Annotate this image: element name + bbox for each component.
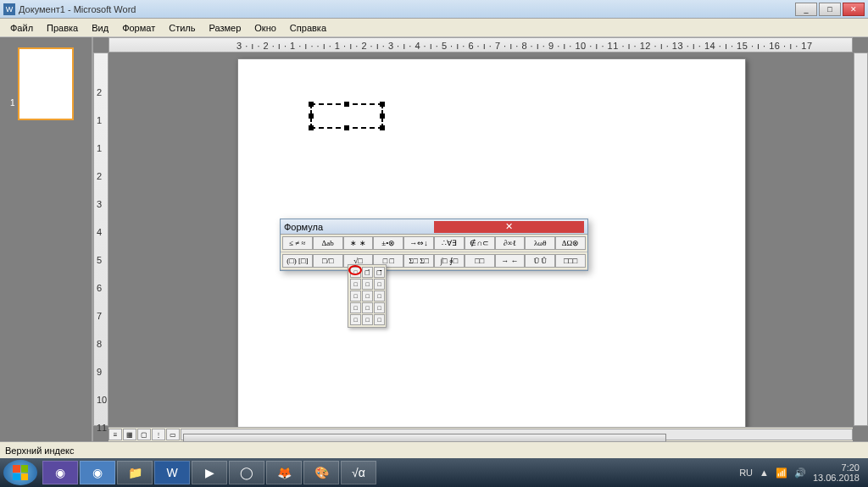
view-web[interactable]: ▦ — [123, 429, 136, 440]
misc-symbols-button[interactable]: ∂∞ℓ — [495, 236, 526, 250]
palette-option[interactable]: □ — [350, 279, 361, 290]
fraction-templates-button[interactable]: □/□ — [313, 254, 343, 268]
page-thumbnail[interactable] — [18, 47, 74, 120]
fence-templates-button[interactable]: (□) [□] — [282, 254, 313, 268]
word-app-icon: W — [3, 3, 15, 15]
labeled-arrow-button[interactable]: □□ — [465, 254, 495, 268]
taskbar: ◉ ◉ 📁 W ▶ ◯ 🦊 🎨 √α RU ▲ 📶 🔊 7:20 13.06.2… — [0, 458, 868, 487]
taskbar-item[interactable]: ◉ — [42, 461, 78, 484]
vruler-marks: 21 123 456 789 1011 — [97, 79, 107, 441]
formula-row-templates: (□) [□] □/□ √□ □ □ Σ□ Σ□ ∫□ ∮□ □□ → ← Ū … — [281, 252, 587, 270]
greek-lowercase-button[interactable]: λωθ — [525, 236, 555, 250]
resize-handle[interactable] — [309, 113, 314, 119]
integral-templates-button[interactable]: Σ□ Σ□ — [403, 254, 434, 268]
taskbar-chrome[interactable]: ◯ — [229, 461, 264, 484]
maximize-button[interactable]: □ — [819, 3, 841, 16]
menu-edit[interactable]: Правка — [40, 21, 85, 35]
palette-option[interactable]: □ — [362, 291, 373, 302]
vertical-scrollbar[interactable] — [854, 53, 868, 426]
window-title: Документ1 - Microsoft Word — [19, 4, 793, 14]
view-outline[interactable]: ⋮ — [152, 429, 165, 440]
taskbar-media[interactable]: ▶ — [192, 461, 227, 484]
palette-option[interactable]: □ — [350, 291, 361, 302]
matrix-templates-button[interactable]: □□□ — [555, 254, 586, 268]
windows-logo-icon — [13, 465, 28, 480]
palette-option[interactable]: □ — [374, 314, 385, 325]
palette-option[interactable]: □ — [350, 302, 361, 313]
resize-handle[interactable] — [380, 102, 385, 107]
set-theory-button[interactable]: ∉∩⊂ — [465, 236, 495, 250]
palette-option[interactable]: □̂ — [362, 267, 373, 278]
status-bar: Верхний индекс — [0, 441, 868, 458]
embellishments-button[interactable]: ∗ ∗ — [343, 236, 374, 250]
palette-option[interactable]: □̄ — [374, 267, 385, 278]
resize-handle[interactable] — [380, 113, 385, 119]
menu-format[interactable]: Формат — [115, 21, 162, 35]
horizontal-ruler[interactable]: 3 · ı · 2 · ı · 1 · ı · · ı · 1 · ı · 2 … — [108, 37, 853, 53]
taskbar-paint[interactable]: 🎨 — [303, 461, 339, 484]
formula-toolbar-title[interactable]: Формула ✕ — [281, 219, 587, 235]
tray-network-icon[interactable]: 📶 — [776, 468, 787, 479]
tray-volume-icon[interactable]: 🔊 — [794, 468, 806, 479]
palette-option[interactable]: □ — [362, 314, 373, 325]
menu-window[interactable]: Окно — [248, 21, 283, 35]
taskbar-math[interactable]: √α — [341, 461, 376, 484]
system-tray: RU ▲ 📶 🔊 7:20 13.06.2018 — [739, 462, 865, 483]
titlebar: W Документ1 - Microsoft Word _ □ ✕ — [0, 0, 868, 19]
equation-object[interactable] — [310, 103, 383, 129]
formula-row-symbols: ≤ ≠ ≈ ∆ab ∗ ∗ ±•⊗ →⇔↓ ∴∀∃ ∉∩⊂ ∂∞ℓ λωθ ΔΩ… — [281, 235, 587, 252]
logical-symbols-button[interactable]: ∴∀∃ — [434, 236, 465, 250]
formula-close-button[interactable]: ✕ — [434, 221, 584, 233]
menubar: Файл Правка Вид Формат Стиль Размер Окно… — [0, 19, 868, 37]
operator-symbols-button[interactable]: ±•⊗ — [373, 236, 403, 250]
view-print[interactable]: ▢ — [137, 429, 151, 440]
hruler-marks: 3 · ı · 2 · ı · 1 · ı · · ı · 1 · ı · 2 … — [236, 41, 813, 51]
products-button[interactable]: → ← — [495, 254, 526, 268]
taskbar-word[interactable]: W — [154, 461, 190, 484]
greek-uppercase-button[interactable]: ΔΩ⊗ — [555, 236, 586, 250]
relational-symbols-button[interactable]: ≤ ≠ ≈ — [282, 236, 313, 250]
subscript-palette: □ □̂ □̄ □ □ □ □ □ □ □ □ □ □ □ □ — [348, 264, 387, 328]
status-text: Верхний индекс — [5, 445, 75, 456]
taskbar-explorer[interactable]: 📁 — [117, 461, 153, 484]
resize-handle[interactable] — [309, 125, 314, 130]
view-reading[interactable]: ▭ — [166, 429, 180, 440]
resize-handle[interactable] — [344, 102, 349, 107]
tray-lang[interactable]: RU — [739, 468, 753, 478]
menu-style[interactable]: Стиль — [162, 21, 202, 35]
hat-bar-button[interactable]: Ū Û — [525, 254, 555, 268]
view-normal[interactable]: ≡ — [108, 429, 122, 440]
underbar-overbar-button[interactable]: ∫□ ∮□ — [434, 254, 465, 268]
menu-size[interactable]: Размер — [202, 21, 248, 35]
palette-option[interactable]: □ — [374, 279, 385, 290]
palette-option[interactable]: □ — [374, 291, 385, 302]
palette-option[interactable]: □ — [362, 302, 373, 313]
horizontal-scrollbar[interactable] — [181, 429, 853, 440]
palette-option[interactable]: □ — [362, 279, 373, 290]
resize-handle[interactable] — [309, 102, 314, 107]
page-number: 1 — [10, 98, 15, 108]
thumbnail-panel: 1 — [0, 37, 93, 441]
formula-title-text: Формула — [284, 222, 434, 232]
menu-file[interactable]: Файл — [3, 21, 40, 35]
spacing-button[interactable]: ∆ab — [313, 236, 343, 250]
taskbar-firefox[interactable]: 🦊 — [266, 461, 302, 484]
formula-toolbar: Формула ✕ ≤ ≠ ≈ ∆ab ∗ ∗ ±•⊗ →⇔↓ ∴∀∃ ∉∩⊂ … — [280, 219, 588, 271]
resize-handle[interactable] — [380, 125, 385, 130]
palette-option[interactable]: □ — [350, 267, 361, 278]
resize-handle[interactable] — [344, 125, 349, 130]
minimize-button[interactable]: _ — [795, 3, 817, 16]
arrows-button[interactable]: →⇔↓ — [403, 236, 434, 250]
start-button[interactable] — [3, 460, 37, 485]
menu-help[interactable]: Справка — [283, 21, 333, 35]
taskbar-item[interactable]: ◉ — [80, 461, 115, 484]
palette-option[interactable]: □ — [350, 314, 361, 325]
tray-flag-icon[interactable]: ▲ — [760, 468, 769, 478]
palette-option[interactable]: □ — [374, 302, 385, 313]
tray-clock[interactable]: 7:20 13.06.2018 — [813, 462, 860, 483]
view-bar: ≡ ▦ ▢ ⋮ ▭ — [108, 427, 853, 441]
vertical-ruler[interactable]: 21 123 456 789 1011 — [93, 53, 108, 426]
close-button[interactable]: ✕ — [843, 3, 865, 16]
menu-view[interactable]: Вид — [85, 21, 115, 35]
